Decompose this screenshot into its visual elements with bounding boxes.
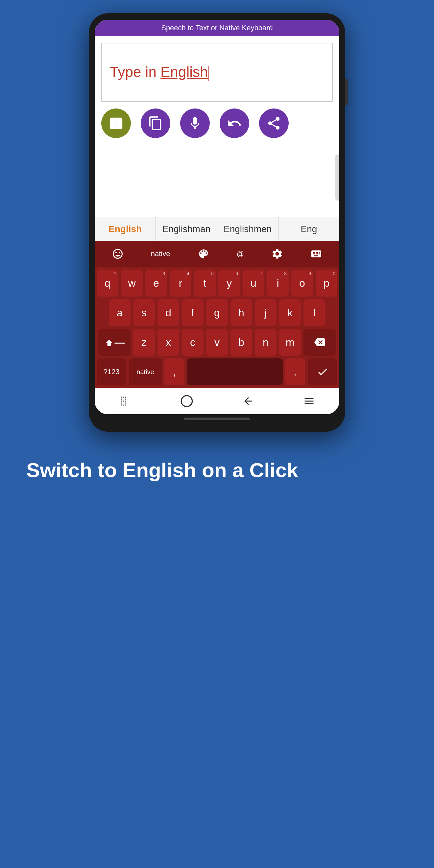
key-j[interactable]: j — [255, 299, 277, 326]
settings-icon — [271, 248, 283, 260]
delete-button[interactable] — [101, 108, 131, 138]
home-button[interactable] — [180, 395, 193, 408]
shift-icon — [104, 337, 115, 347]
menu-button[interactable] — [303, 395, 315, 407]
copy-button[interactable] — [141, 108, 170, 138]
autocomplete-item-1[interactable]: Englishman — [156, 217, 217, 241]
key-q[interactable]: 1q — [97, 270, 118, 297]
copy-icon — [148, 116, 163, 131]
input-prefix: Type in — [110, 64, 160, 80]
key-row-2: a s d f g h j k l — [97, 299, 337, 326]
key-d[interactable]: d — [157, 299, 179, 326]
input-language: English — [160, 64, 208, 80]
key-k[interactable]: k — [279, 299, 301, 326]
phone-frame: Speech to Text or Native Keyboard Type i… — [89, 13, 345, 432]
back-button[interactable] — [242, 395, 254, 407]
input-text: Type in English — [110, 64, 209, 81]
key-o[interactable]: 9o — [291, 270, 313, 297]
mic-icon — [187, 116, 203, 131]
key-g[interactable]: g — [206, 299, 228, 326]
key-c[interactable]: c — [182, 329, 204, 356]
back-icon — [242, 395, 254, 407]
key-u[interactable]: 7u — [243, 270, 265, 297]
key-a[interactable]: a — [109, 299, 130, 326]
key-shift[interactable] — [98, 329, 130, 356]
delete-icon — [108, 116, 124, 131]
enter-icon — [317, 366, 329, 378]
action-buttons-row — [95, 102, 339, 145]
key-backspace[interactable] — [304, 329, 336, 356]
key-native[interactable]: native — [129, 359, 162, 385]
recents-icon — [119, 395, 131, 407]
key-123[interactable]: ?123 — [97, 359, 126, 385]
native-toolbar-button[interactable]: native — [146, 247, 175, 261]
undo-button[interactable] — [220, 108, 249, 138]
volume-button — [345, 79, 348, 105]
palette-icon — [197, 248, 210, 260]
key-e[interactable]: 3e — [145, 270, 167, 297]
key-space[interactable] — [187, 359, 283, 385]
key-s[interactable]: s — [133, 299, 155, 326]
key-x[interactable]: x — [157, 329, 179, 356]
emoji-icon — [112, 248, 124, 260]
mic-button[interactable] — [180, 108, 210, 138]
text-input-area[interactable]: Type in English — [101, 43, 333, 102]
phone-container: Speech to Text or Native Keyboard Type i… — [86, 0, 348, 432]
key-m[interactable]: m — [279, 329, 301, 356]
key-period[interactable]: . — [285, 359, 305, 385]
backspace-icon — [314, 337, 325, 347]
share-button[interactable] — [259, 108, 289, 138]
svg-point-1 — [181, 396, 192, 406]
key-row-1: 1q w 3e 4r 5t 6y — [97, 270, 337, 297]
key-y[interactable]: 6y — [218, 270, 240, 297]
spacer-area — [95, 145, 339, 217]
text-cursor — [209, 66, 209, 81]
key-row-3: z x c v b n m — [97, 329, 337, 356]
key-h[interactable]: h — [230, 299, 252, 326]
key-r[interactable]: 4r — [169, 270, 191, 297]
nav-bar — [95, 388, 339, 414]
bottom-text-section: Switch to English on a Click — [0, 458, 434, 482]
scroll-handle — [335, 155, 339, 200]
key-n[interactable]: n — [255, 329, 277, 356]
keyboard-toggle-button[interactable] — [306, 245, 327, 262]
menu-icon — [303, 395, 315, 407]
home-circle-icon — [180, 395, 193, 408]
settings-button[interactable] — [267, 245, 288, 262]
keyboard-toolbar: native @ — [95, 241, 339, 267]
key-w[interactable]: w — [121, 270, 143, 297]
key-z[interactable]: z — [133, 329, 155, 356]
key-row-4: ?123 native , . — [97, 359, 337, 385]
key-comma[interactable]: , — [164, 359, 184, 385]
switch-text: Switch to English on a Click — [26, 458, 408, 482]
at-button[interactable]: @ — [232, 247, 249, 261]
app-header: Speech to Text or Native Keyboard — [95, 20, 339, 36]
undo-icon — [227, 116, 242, 131]
key-p[interactable]: 0p — [316, 270, 337, 297]
key-enter[interactable] — [308, 359, 337, 385]
autocomplete-item-0[interactable]: English — [95, 217, 156, 241]
share-icon — [266, 116, 281, 131]
palette-button[interactable] — [193, 245, 214, 262]
keyboard-area: native @ — [95, 241, 339, 414]
key-f[interactable]: f — [182, 299, 204, 326]
autocomplete-item-3[interactable]: Eng — [278, 217, 339, 241]
key-l[interactable]: l — [304, 299, 325, 326]
header-title: Speech to Text or Native Keyboard — [161, 24, 273, 32]
home-indicator — [184, 417, 250, 420]
autocomplete-bar: English Englishman Englishmen Eng — [95, 217, 339, 241]
key-b[interactable]: b — [230, 329, 252, 356]
shift-underline — [115, 343, 125, 344]
key-v[interactable]: v — [206, 329, 228, 356]
key-i[interactable]: 8i — [267, 270, 289, 297]
key-t[interactable]: 5t — [194, 270, 216, 297]
phone-screen: Speech to Text or Native Keyboard Type i… — [95, 20, 339, 414]
emoji-button[interactable] — [107, 245, 128, 262]
autocomplete-item-2[interactable]: Englishmen — [217, 217, 278, 241]
keyboard-rows: 1q w 3e 4r 5t 6y — [95, 267, 339, 388]
keyboard-icon — [310, 248, 322, 260]
recents-button[interactable] — [119, 395, 131, 407]
native-label: native — [151, 250, 170, 258]
at-label: @ — [237, 250, 244, 258]
